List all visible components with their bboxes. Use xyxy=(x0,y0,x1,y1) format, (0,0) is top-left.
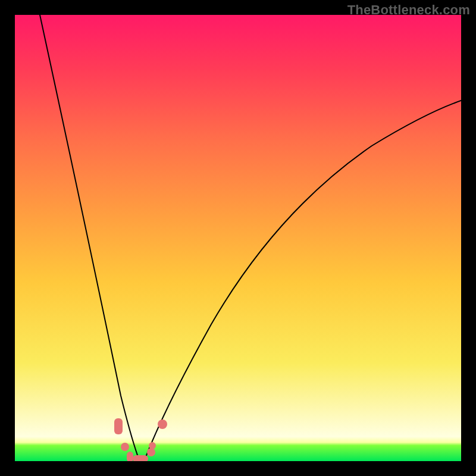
curve-left xyxy=(40,15,137,455)
marker-left-mid xyxy=(121,443,129,451)
marker-left-top xyxy=(114,418,123,434)
marker-bottom-center xyxy=(133,455,148,461)
curve-svg xyxy=(15,15,461,461)
chart-frame: TheBottleneck.com xyxy=(0,0,476,476)
curve-right xyxy=(145,101,461,460)
watermark-text: TheBottleneck.com xyxy=(347,2,470,18)
marker-bottom-left xyxy=(127,452,133,461)
marker-right-low xyxy=(147,448,155,456)
marker-right-mid xyxy=(149,442,156,449)
plot-area xyxy=(15,15,461,461)
marker-right-top xyxy=(158,419,167,429)
